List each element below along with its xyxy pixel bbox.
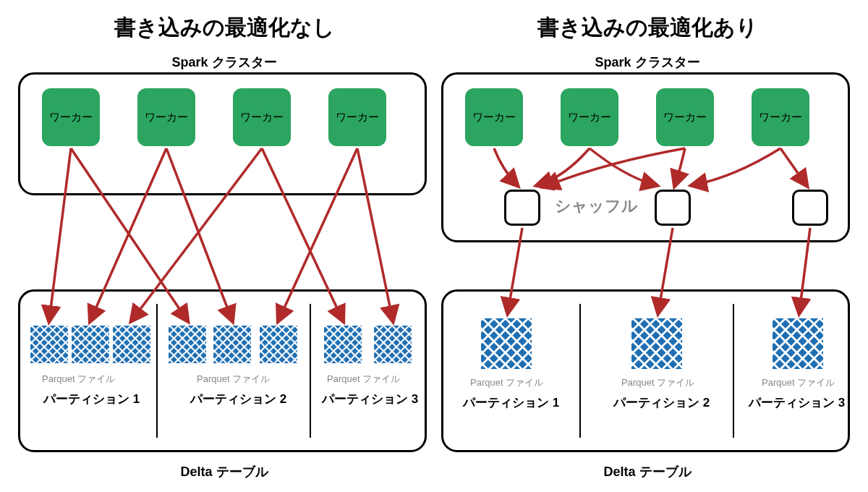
parquet-file-icon: [213, 326, 251, 363]
shuffle-label: シャッフル: [555, 195, 638, 217]
shuffle-target: [504, 190, 540, 226]
parquet-label: Parquet ファイル: [762, 376, 835, 389]
worker-node: ワーカー: [42, 88, 100, 146]
panel-with-optimization: 書き込みの最適化あり Spark クラスター ワーカー ワーカー ワーカー ワー…: [438, 0, 857, 492]
title-left: 書き込みの最適化なし: [14, 13, 434, 43]
delta-box-right: [441, 289, 850, 452]
shuffle-target: [655, 190, 691, 226]
parquet-file-icon: [169, 326, 206, 363]
partition-divider: [733, 304, 734, 438]
parquet-file-icon: [260, 326, 297, 363]
parquet-file-icon: [113, 326, 150, 363]
parquet-label: Parquet ファイル: [621, 376, 694, 389]
parquet-label: Parquet ファイル: [470, 376, 543, 389]
partition-divider: [579, 304, 581, 438]
title-right: 書き込みの最適化あり: [438, 13, 857, 43]
worker-node: ワーカー: [752, 88, 809, 146]
parquet-label: Parquet ファイル: [42, 373, 115, 386]
panel-without-optimization: 書き込みの最適化なし Spark クラスター ワーカー ワーカー ワーカー ワー…: [14, 0, 434, 492]
cluster-label-right: Spark クラスター: [438, 54, 857, 71]
parquet-file-icon: [374, 326, 412, 363]
shuffle-target: [792, 190, 828, 226]
partition-label: パーティション 1: [43, 391, 140, 407]
partition-label: パーティション 1: [463, 394, 559, 411]
partition-label: パーティション 3: [322, 391, 418, 407]
parquet-file-icon: [773, 318, 823, 369]
partition-label: パーティション 2: [190, 391, 286, 407]
worker-node: ワーカー: [328, 88, 386, 146]
parquet-file-icon: [30, 326, 68, 363]
cluster-label-left: Spark クラスター: [14, 54, 434, 71]
worker-node: ワーカー: [561, 88, 618, 146]
partition-label: パーティション 2: [613, 394, 710, 411]
parquet-label: Parquet ファイル: [327, 373, 400, 386]
parquet-file-icon: [631, 318, 682, 369]
parquet-file-icon: [324, 326, 362, 363]
delta-label-right: Delta テーブル: [438, 463, 857, 480]
partition-divider: [156, 304, 158, 438]
parquet-file-icon: [481, 318, 532, 369]
worker-node: ワーカー: [465, 88, 523, 146]
partition-divider: [310, 304, 311, 438]
partition-label: パーティション 3: [749, 394, 845, 411]
worker-node: ワーカー: [137, 88, 195, 146]
parquet-label: Parquet ファイル: [197, 373, 270, 386]
delta-box-left: [18, 289, 427, 452]
worker-node: ワーカー: [656, 88, 714, 146]
parquet-file-icon: [72, 326, 109, 363]
worker-node: ワーカー: [233, 88, 291, 146]
delta-label-left: Delta テーブル: [14, 463, 434, 480]
